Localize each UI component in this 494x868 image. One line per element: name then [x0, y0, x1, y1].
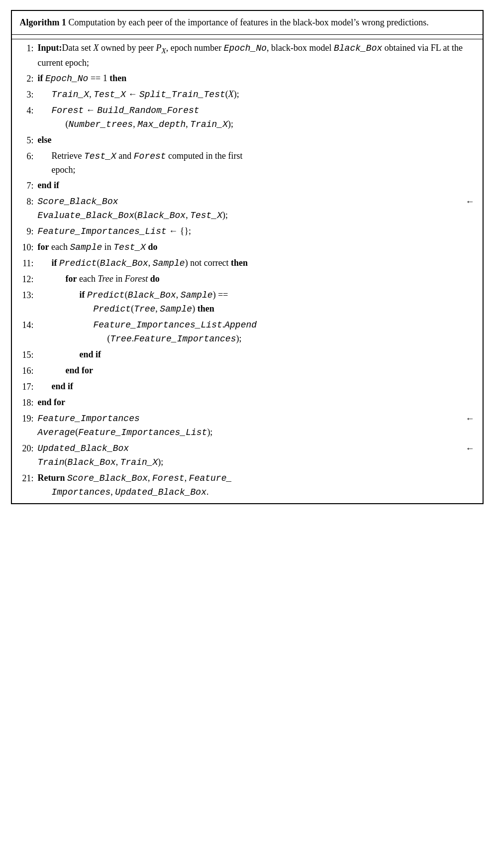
- line-number: 12:: [12, 272, 38, 286]
- line-number: 9:: [12, 224, 38, 238]
- line-content: for each Tree in Forest do: [38, 272, 483, 286]
- algo-line: 20:Updated_Black_Box←Train(Black_Box, Tr…: [12, 440, 483, 470]
- algo-line: 21:Return Score_Black_Box, Forest, Featu…: [12, 470, 483, 500]
- line-content: Retrieve Test_X and Forest computed in t…: [38, 149, 483, 163]
- line-content: if Predict(Black_Box, Sample) ==: [38, 288, 483, 302]
- algo-line: 17:end if: [12, 379, 483, 395]
- line-content: Feature_Importances_List ← {};: [38, 224, 483, 238]
- algo-line: 18:end for: [12, 395, 483, 411]
- algo-line: 6:Retrieve Test_X and Forest computed in…: [12, 148, 483, 178]
- algo-line: 1:Input:Data set X owned by peer PX, epo…: [12, 40, 483, 71]
- algo-line: 16:end for: [12, 363, 483, 379]
- algorithm-header: Algorithm 1 Computation by each peer of …: [12, 11, 483, 35]
- line-content: Feature_Importances_List.Append: [38, 318, 483, 332]
- algo-line: 19:Feature_Importances←Average(Feature_I…: [12, 411, 483, 440]
- algo-line: 5:else: [12, 132, 483, 148]
- line-number: 16:: [12, 364, 38, 378]
- algorithm-body: 1:Input:Data set X owned by peer PX, epo…: [12, 35, 483, 503]
- line-content: end if: [38, 380, 483, 393]
- arrow-symbol: ←: [462, 195, 483, 209]
- line-number: 6:: [12, 149, 38, 163]
- line-content: end for: [38, 364, 483, 377]
- algo-line: 10:for each Sample in Test_X do: [12, 239, 483, 255]
- line-content: else: [38, 133, 483, 147]
- algorithm-title: Algorithm 1: [20, 17, 67, 27]
- line-number: 11:: [12, 256, 38, 270]
- line-number: 14:: [12, 318, 38, 332]
- line-number: 4:: [12, 104, 38, 117]
- line-number: 3:: [12, 88, 38, 102]
- algo-line: 15:end if: [12, 347, 483, 363]
- line-number: 13:: [12, 288, 38, 302]
- line-number: 19:: [12, 412, 38, 426]
- line-content: end for: [38, 396, 483, 409]
- line-content: end if: [38, 179, 483, 192]
- line-content: if Epoch_No == 1 then: [38, 72, 483, 86]
- algo-line: 12:for each Tree in Forest do: [12, 271, 483, 287]
- algo-line: 8:Score_Black_Box←Evaluate_Black_Box(Bla…: [12, 194, 483, 223]
- line-number: 1:: [12, 41, 38, 55]
- line-content: Forest ← Build_Random_Forest: [38, 104, 483, 117]
- line-number: 17:: [12, 380, 38, 394]
- algo-line: 4:Forest ← Build_Random_Forest(Number_tr…: [12, 103, 483, 132]
- algo-line: 11:if Predict(Black_Box, Sample) not cor…: [12, 255, 483, 271]
- line-content: Return Score_Black_Box, Forest, Feature_: [38, 471, 483, 485]
- line-number: 8:: [12, 195, 38, 209]
- line-content: Train_X, Test_X ← Split_Train_Test(X);: [38, 88, 483, 102]
- line-number: 20:: [12, 441, 38, 455]
- line-content: end if: [38, 348, 483, 361]
- algo-line: 13:if Predict(Black_Box, Sample) ==Predi…: [12, 287, 483, 317]
- algo-line: 9:Feature_Importances_List ← {};: [12, 223, 483, 239]
- line-number: 7:: [12, 179, 38, 193]
- algo-line: 7:end if: [12, 178, 483, 194]
- algo-line: 3:Train_X, Test_X ← Split_Train_Test(X);: [12, 87, 483, 103]
- line-number: 5:: [12, 133, 38, 147]
- line-number: 15:: [12, 348, 38, 362]
- algorithm-box: Algorithm 1 Computation by each peer of …: [11, 10, 484, 504]
- line-number: 18:: [12, 396, 38, 410]
- line-content: Feature_Importances: [38, 412, 462, 426]
- arrow-symbol: ←: [462, 441, 483, 455]
- algo-line: 14:Feature_Importances_List.Append(Tree.…: [12, 317, 483, 347]
- line-number: 21:: [12, 471, 38, 485]
- algo-line: 2:if Epoch_No == 1 then: [12, 71, 483, 87]
- line-content: Score_Black_Box: [38, 195, 462, 209]
- arrow-symbol: ←: [462, 412, 483, 426]
- line-number: 2:: [12, 72, 38, 86]
- line-number: 10:: [12, 240, 38, 254]
- line-content: Input:Data set X owned by peer PX, epoch…: [38, 41, 483, 70]
- line-content: Updated_Black_Box: [38, 441, 462, 455]
- line-content: if Predict(Black_Box, Sample) not correc…: [38, 256, 483, 270]
- line-content: for each Sample in Test_X do: [38, 240, 483, 254]
